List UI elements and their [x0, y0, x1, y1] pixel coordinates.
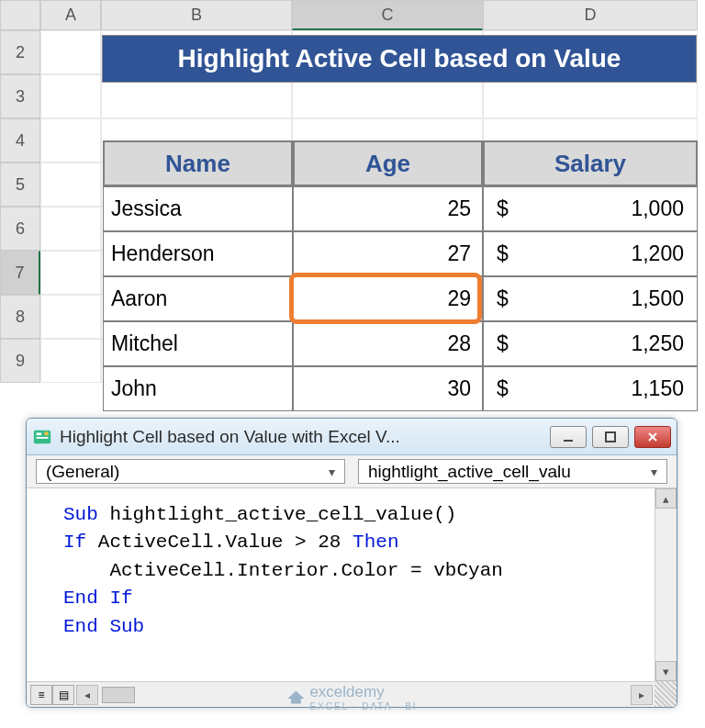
cell[interactable]	[40, 30, 101, 74]
cell-name[interactable]: Jessica	[103, 186, 293, 231]
svg-rect-5	[606, 432, 615, 442]
cell-name[interactable]: Mitchel	[103, 321, 293, 366]
vba-app-icon	[32, 427, 52, 447]
cell-age[interactable]: 25	[293, 186, 483, 231]
close-button[interactable]	[634, 426, 671, 448]
cell-salary[interactable]: $1,000	[483, 186, 698, 231]
cell-salary[interactable]: $1,200	[483, 231, 698, 276]
currency-symbol: $	[497, 196, 509, 221]
minimize-button[interactable]	[550, 426, 587, 448]
scroll-right-icon[interactable]: ▸	[631, 685, 653, 705]
cell[interactable]	[40, 74, 101, 118]
row-header-4[interactable]: 4	[0, 118, 40, 162]
cell-name[interactable]: Henderson	[103, 231, 293, 276]
row-header-3[interactable]: 3	[0, 74, 40, 118]
scroll-left-icon[interactable]: ◂	[76, 685, 98, 705]
row-header-9[interactable]: 9	[0, 339, 40, 383]
title-banner: Highlight Active Cell based on Value	[102, 35, 697, 83]
currency-symbol: $	[497, 331, 509, 356]
salary-value: 1,250	[631, 331, 684, 356]
procedure-view-button[interactable]: ≡	[30, 685, 52, 705]
watermark-tag: EXCEL · DATA · BI	[309, 701, 417, 711]
cell[interactable]	[40, 339, 101, 383]
currency-symbol: $	[497, 241, 509, 266]
row-header-2[interactable]: 2	[0, 30, 40, 74]
col-header-A[interactable]: A	[40, 0, 101, 30]
cell-age[interactable]: 30	[293, 366, 483, 411]
row-header-7[interactable]: 7	[0, 251, 40, 295]
currency-symbol: $	[497, 376, 509, 401]
table-row: Jessica 25 $1,000	[103, 186, 698, 231]
cell-name[interactable]: Aaron	[103, 276, 293, 321]
vertical-scrollbar[interactable]: ▴ ▾	[655, 488, 677, 681]
vba-titlebar[interactable]: Highlight Cell based on Value with Excel…	[27, 419, 677, 455]
cell[interactable]	[40, 251, 101, 295]
col-header-D[interactable]: D	[483, 0, 698, 30]
table-row: Aaron 29 $1,500	[103, 276, 698, 321]
scroll-up-icon[interactable]: ▴	[655, 488, 677, 509]
cell[interactable]	[40, 118, 101, 162]
col-header-C[interactable]: C	[292, 0, 483, 30]
row-header-5[interactable]: 5	[0, 162, 40, 207]
table-header-salary[interactable]: Salary	[483, 140, 698, 186]
column-headers-row: A B C D	[0, 0, 705, 30]
cell-age[interactable]: 28	[293, 321, 483, 366]
house-icon	[287, 691, 304, 704]
salary-value: 1,200	[631, 241, 684, 266]
cell[interactable]	[40, 207, 101, 251]
select-all-corner[interactable]	[0, 0, 40, 30]
procedure-dropdown-value: hightlight_active_cell_valu	[368, 462, 571, 482]
procedure-dropdown[interactable]: hightlight_active_cell_valu▾	[358, 459, 667, 484]
table-row: Mitchel 28 $1,250	[103, 321, 698, 366]
svg-rect-2	[37, 437, 49, 439]
cell-salary[interactable]: $1,250	[483, 321, 698, 366]
col-header-B[interactable]: B	[101, 0, 292, 30]
watermark-brand: exceldemy	[309, 683, 384, 700]
object-dropdown[interactable]: (General)▾	[36, 459, 345, 484]
chevron-down-icon: ▾	[651, 465, 657, 479]
cell-salary[interactable]: $1,150	[483, 366, 698, 411]
cell[interactable]	[40, 162, 101, 207]
scroll-thumb[interactable]	[102, 687, 135, 703]
table-header-name[interactable]: Name	[103, 140, 293, 186]
table-row: John 30 $1,150	[103, 366, 698, 411]
minimize-icon	[562, 431, 575, 443]
data-table: Name Age Salary Jessica 25 $1,000 Hender…	[103, 140, 698, 411]
chevron-down-icon: ▾	[329, 465, 335, 479]
currency-symbol: $	[497, 286, 509, 311]
object-dropdown-value: (General)	[46, 462, 119, 482]
maximize-button[interactable]	[592, 426, 629, 448]
table-header-age[interactable]: Age	[293, 140, 483, 186]
resize-grip[interactable]	[655, 681, 677, 707]
full-module-view-button[interactable]: ▤	[52, 685, 74, 705]
close-icon	[646, 431, 659, 443]
svg-point-3	[44, 431, 49, 436]
svg-rect-4	[564, 440, 573, 442]
table-row: Henderson 27 $1,200	[103, 231, 698, 276]
row-header-8[interactable]: 8	[0, 295, 40, 339]
row-header-6[interactable]: 6	[0, 207, 40, 251]
vba-window-title: Highlight Cell based on Value with Excel…	[60, 427, 550, 447]
watermark: exceldemy EXCEL · DATA · BI	[287, 683, 417, 711]
vba-editor-window: Highlight Cell based on Value with Excel…	[26, 418, 677, 708]
cell-age[interactable]: 27	[293, 231, 483, 276]
cell-age[interactable]: 29	[293, 276, 483, 321]
maximize-icon	[604, 431, 617, 443]
salary-value: 1,150	[631, 376, 684, 401]
svg-rect-1	[37, 432, 42, 435]
cell[interactable]	[40, 295, 101, 339]
salary-value: 1,500	[631, 286, 684, 311]
cell-name[interactable]: John	[103, 366, 293, 411]
code-area[interactable]: Sub hightlight_active_cell_value() If Ac…	[27, 488, 677, 679]
cell-salary[interactable]: $1,500	[483, 276, 698, 321]
salary-value: 1,000	[631, 196, 684, 221]
scroll-down-icon[interactable]: ▾	[655, 661, 677, 681]
